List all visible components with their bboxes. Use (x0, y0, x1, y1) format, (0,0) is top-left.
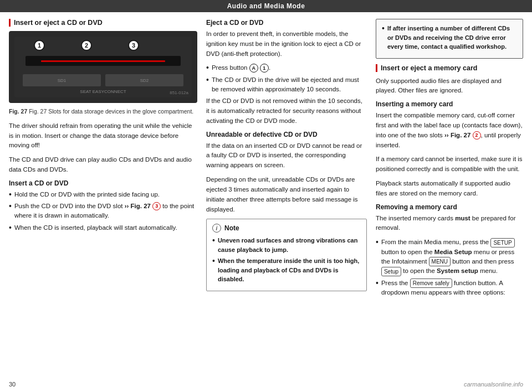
warning-dot: • (382, 24, 385, 51)
remove-safely-btn: Remove safely (410, 278, 452, 288)
cd-slot-line (41, 60, 165, 62)
eject-bullet2: • The CD or DVD in the drive will be eje… (206, 75, 367, 95)
warning-item: • If after inserting a number of differe… (382, 24, 517, 51)
bullet-dot-3: • (9, 223, 12, 233)
insert-cd-title: Insert a CD or DVD (9, 179, 197, 187)
eject-dot2: • (206, 75, 209, 95)
setup-badge: SETUP (490, 238, 514, 247)
badge-1-mid: 1 (260, 64, 269, 73)
eject-para2: If the CD or DVD is not removed within t… (206, 96, 367, 126)
inserting-para3: If a memory card cannot be inserted, mak… (376, 154, 523, 174)
fig-caption-text: Fig. 27 Slots for data storage devices i… (29, 108, 193, 115)
note-dot1: • (212, 236, 215, 254)
note-box: i Note • Uneven road surfaces and strong… (206, 219, 367, 291)
page-container: Audio and Media Mode Insert or eject a C… (0, 0, 532, 392)
note-title: Note (224, 224, 239, 232)
bullet-item-3: • When the CD is inserted, playback will… (9, 223, 197, 233)
bullet-dot-1: • (9, 190, 12, 199)
seat-label-area: SEAT EASYCONNECT (14, 87, 192, 95)
badge-2: 2 (81, 40, 92, 51)
left-column: Insert or eject a CD or DVD 1 2 3 SD1 (9, 19, 197, 385)
fig-code-area: 851-012a (170, 88, 188, 96)
eject-para1: In order to prevent theft, in convertibl… (206, 29, 367, 59)
badge-2-right: 2 (473, 131, 481, 140)
sd2-slot: SD2 (105, 74, 183, 86)
header-title: Audio and Media Mode (227, 2, 305, 10)
insert-eject-cd-title: Insert or eject a CD or DVD (9, 19, 197, 27)
fig-ref-27: ›› Fig. 27 (125, 203, 152, 209)
cd-slot (25, 56, 181, 66)
inserting-para4: Playback starts automatically if support… (376, 179, 523, 199)
note-icon: i (212, 224, 221, 233)
body-para2: The CD and DVD drive can play audio CDs … (9, 155, 197, 175)
bullet-item-1: • Hold the CD or DVD with the printed si… (9, 190, 197, 199)
removing-text2: Press the Remove safely function button.… (381, 278, 523, 298)
bullet-text-2: Push the CD or DVD into the DVD slot ›› … (14, 202, 197, 221)
press-dot: • (206, 63, 209, 73)
note-dot2: • (212, 256, 215, 284)
sd1-label: SD1 (58, 78, 66, 83)
inserting-title: Inserting a memory card (376, 100, 523, 108)
memory-para1: Only supported audio files are displayed… (376, 76, 523, 96)
removing-bold: must (455, 215, 470, 221)
menu-badge: MENU (429, 257, 451, 266)
sd2-label: SD2 (140, 78, 149, 83)
fig-caption: Fig. 27 Fig. 27 Slots for data storage d… (9, 107, 197, 116)
watermark: carmanualsonline.info (464, 381, 523, 388)
removing-dot2: • (376, 278, 378, 298)
unreadable-para2: Depending on the unit, unreadable CDs or… (206, 175, 367, 214)
bullet-text-3: When the CD is inserted, playback will s… (14, 223, 177, 233)
seat-label: SEAT EASYCONNECT (80, 89, 126, 94)
unreadable-para1: If the data on an inserted CD or DVD can… (206, 141, 367, 171)
diagram-box: 1 2 3 SD1 SD2 (9, 31, 197, 103)
note-text2: When the temperature inside the unit is … (218, 256, 361, 284)
memory-section-title: Insert or eject a memory card (376, 64, 523, 72)
sd1-slot: SD1 (23, 74, 101, 86)
note-bullet1: • Uneven road surfaces and strong vibrat… (212, 236, 361, 254)
removing-text1: From the main Media menu, press the SETU… (381, 238, 523, 276)
fig-code: 851-012a (170, 90, 188, 95)
page-number: 30 (9, 381, 16, 388)
note-header: i Note (212, 224, 361, 233)
fig-caption-bold: Fig. 27 (9, 108, 27, 115)
note-text1: Uneven road surfaces and strong vibratio… (218, 236, 361, 254)
inserting-para1: Insert the compatible memory card, cut-o… (376, 111, 523, 150)
bullet-text-1: Hold the CD or DVD with the printed side… (14, 190, 160, 199)
badge-a: A (249, 64, 258, 73)
press-bullet: • Press button A 1. (206, 63, 367, 73)
removing-dot1: • (376, 238, 378, 276)
unreadable-title: Unreadable or defective CD or DVD (206, 131, 367, 138)
body-para1: The driver should refrain from operating… (9, 121, 197, 151)
media-setup-bold: Media Setup (434, 249, 472, 255)
badge-1: 1 (34, 40, 45, 51)
badge-3-inline: 3 (152, 202, 161, 210)
note-bullet2: • When the temperature inside the unit i… (212, 256, 361, 284)
eject-text2: The CD or DVD in the drive will be eject… (212, 75, 367, 95)
diagram-image: 1 2 3 SD1 SD2 (14, 37, 192, 97)
badge-3: 3 (128, 40, 139, 51)
right-column: • If after inserting a number of differe… (376, 19, 523, 385)
sd-slots-row: SD1 SD2 (23, 74, 183, 86)
system-setup-bold: System setup (437, 267, 478, 274)
removing-bullet2: • Press the Remove safely function butto… (376, 278, 523, 298)
bullet-item-2: • Push the CD or DVD into the DVD slot ›… (9, 202, 197, 221)
setup-btn: Setup (381, 267, 401, 276)
warning-text: If after inserting a number of different… (387, 24, 517, 51)
content-area: Insert or eject a CD or DVD 1 2 3 SD1 (0, 12, 532, 392)
removing-title: Removing a memory card (376, 203, 523, 211)
warning-box: • If after inserting a number of differe… (376, 19, 523, 59)
middle-column: Eject a CD or DVD In order to prevent th… (206, 19, 367, 385)
page-header: Audio and Media Mode (0, 0, 532, 12)
eject-title: Eject a CD or DVD (206, 19, 367, 27)
removing-bullet1: • From the main Media menu, press the SE… (376, 238, 523, 276)
press-text: Press button A 1. (212, 63, 270, 73)
fig-ref-27-right: ›› Fig. 27 (444, 132, 472, 138)
removing-para: The inserted memory cards must be prepar… (376, 214, 523, 234)
bullet-dot-2: • (9, 202, 12, 221)
